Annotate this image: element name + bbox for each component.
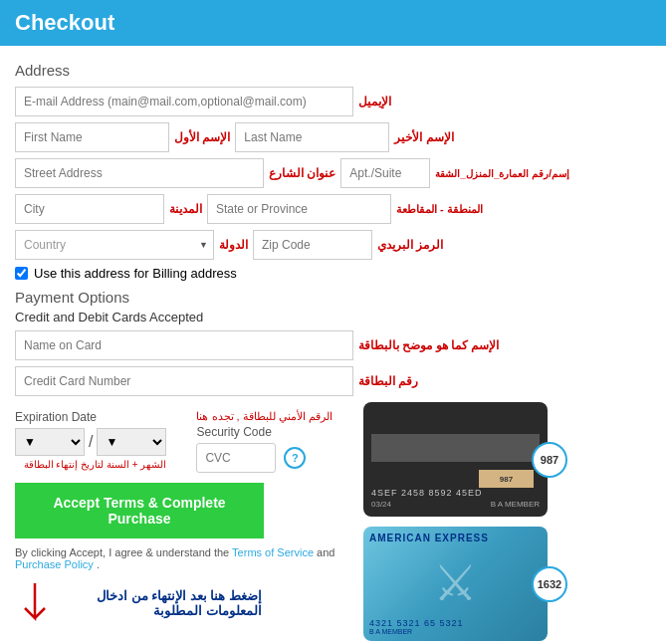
country-select[interactable]: Country [15, 230, 214, 260]
city-arabic-label: المدينة [169, 202, 202, 216]
billing-checkbox[interactable] [15, 267, 28, 280]
lastname-arabic-label: الإسم الأخير [394, 130, 453, 144]
expiry-slash: / [89, 433, 93, 451]
city-input[interactable] [15, 194, 164, 224]
street-input[interactable] [15, 158, 264, 188]
card-visual-1: 987 4SEF 2458 8592 45ED 03/24 B A MEMBER… [363, 402, 548, 517]
card1-number: 4SEF 2458 8592 45ED [371, 488, 540, 498]
bottom-arabic-note: إضغط هنا بعد الإنتهاء من ادخال المعلومات… [63, 588, 262, 618]
street-arabic-label: عنوان الشارع [269, 166, 335, 180]
state-input[interactable] [207, 194, 391, 224]
cards-accepted-label: Credit and Debit Cards Accepted [15, 310, 651, 324]
lastname-input[interactable] [235, 122, 389, 152]
firstname-input[interactable] [15, 122, 169, 152]
expiry-arabic-label: الشهر + السنة لتاريخ إنتهاء البطاقة [15, 459, 166, 470]
expiry-year-select[interactable]: ▼ 202420252026 202720282029 2030 [97, 428, 166, 456]
card-visual-2: AMERICAN EXPRESS ⚔ 4321 5321 65 5321 B A… [363, 527, 548, 641]
country-arabic-label: الدولة [219, 238, 248, 252]
purchase-policy-link[interactable]: Purchase Policy [15, 558, 97, 570]
billing-label: Use this address for Billing address [34, 266, 237, 281]
cvc-help-icon[interactable]: ? [284, 447, 306, 469]
email-arabic-label: الإيميل [358, 95, 391, 108]
apt-arabic-label: إسم/رقم العمارة_المنزل_الشقة [435, 168, 569, 179]
cvc-input[interactable] [196, 443, 276, 473]
card2-member: B A MEMBER [369, 628, 542, 635]
cc-number-input[interactable] [15, 366, 353, 396]
state-arabic-label: المنطقة - المقاطعة [396, 203, 483, 216]
email-input[interactable] [15, 87, 353, 116]
apt-input[interactable] [340, 158, 430, 188]
card-stripe [371, 434, 540, 462]
card2-cvc-badge: 1632 [532, 566, 567, 602]
expiry-label: Expiration Date [15, 410, 166, 424]
name-on-card-arabic: الإسم كما هو موضح بالبطاقة [358, 338, 499, 352]
amex-figure-icon: ⚔ [433, 554, 478, 612]
zip-arabic-label: الرمز البريدي [377, 238, 443, 252]
card1-cvc-badge: 987 [532, 442, 567, 478]
expiry-month-select[interactable]: ▼ 010203 040506 070809 101112 [15, 428, 85, 456]
terms-text: By clicking Accept, I agree & understand… [15, 546, 353, 570]
zip-input[interactable] [253, 230, 372, 260]
name-on-card-input[interactable] [15, 330, 353, 360]
card1-cvc-display: 987 [500, 475, 513, 484]
firstname-arabic-label: الإسم الأول [174, 130, 230, 144]
card2-number: 4321 5321 65 5321 [369, 618, 542, 628]
security-arabic-label: الرقم الأمني للبطاقة , تجده هنا [196, 410, 332, 422]
checkout-header: Checkout [0, 0, 666, 46]
accept-purchase-button[interactable]: Accept Terms & Complete Purchase [15, 483, 264, 538]
payment-section-title: Payment Options [15, 289, 651, 306]
security-label: Security Code [196, 425, 332, 439]
down-arrow-icon [15, 578, 55, 628]
page-title: Checkout [15, 10, 114, 35]
cc-number-arabic: رقم البطاقة [358, 374, 418, 388]
amex-logo: AMERICAN EXPRESS [369, 533, 542, 543]
terms-of-service-link[interactable]: Terms of Service [232, 546, 317, 558]
card1-bottom: 03/24 B A MEMBER [371, 500, 540, 509]
address-section-title: Address [15, 62, 651, 79]
